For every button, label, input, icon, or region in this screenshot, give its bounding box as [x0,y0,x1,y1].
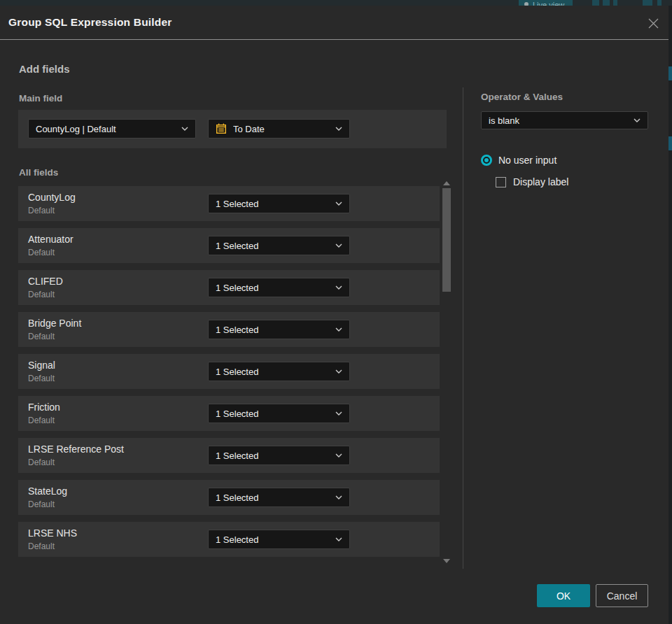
field-subtitle: Default [28,374,55,383]
field-selected-value: 1 Selected [216,534,330,545]
main-field-panel: CountyLog | Default [18,110,447,148]
main-field-dropdown[interactable]: CountyLog | Default [28,119,196,139]
chevron-down-icon [335,369,342,374]
field-selected-dropdown[interactable]: 1 Selected [208,362,350,381]
chevron-down-icon [335,201,342,206]
field-row: LRSE NHS Default 1 Selected [18,522,440,557]
background-toolbar-icon [603,0,610,6]
field-selected-dropdown[interactable]: 1 Selected [208,488,350,507]
display-label-checkbox[interactable]: Display label [496,176,568,187]
field-row: StateLog Default 1 Selected [18,480,440,515]
operator-values-label: Operator & Values [481,92,563,102]
field-selected-value: 1 Selected [216,241,330,251]
background-toolbar-icon [657,0,662,6]
field-name: Friction [28,402,60,413]
field-selected-dropdown[interactable]: 1 Selected [208,530,350,549]
main-field-type-dropdown[interactable]: To Date [208,119,350,139]
field-selected-value: 1 Selected [216,283,330,293]
background-toolbar-icon [613,0,617,6]
chevron-down-icon [335,411,342,416]
background-right-block [668,66,672,80]
chevron-down-icon [335,327,342,332]
main-field-label: Main field [19,93,62,104]
background-toolbar-icon [592,0,599,6]
live-view-label: Live view [533,1,564,6]
field-name: Signal [28,360,55,371]
calendar-icon [216,123,227,134]
field-selected-value: 1 Selected [216,409,330,419]
field-subtitle: Default [28,499,55,509]
field-name: Bridge Point [28,318,81,329]
field-selected-dropdown[interactable]: 1 Selected [208,278,350,297]
background-right-strip [668,6,672,624]
radio-selected-icon [481,155,492,166]
field-selected-value: 1 Selected [216,367,330,377]
field-row: CountyLog Default 1 Selected [18,186,440,221]
field-subtitle: Default [28,248,55,257]
background-toolbar-icon [643,0,652,6]
field-selected-value: 1 Selected [216,325,330,335]
field-selected-value: 1 Selected [216,492,330,503]
dialog-header: Group SQL Expression Builder [0,6,668,40]
screen: Live view Group SQL Expression Builder A… [0,0,672,624]
operator-dropdown[interactable]: is blank [481,111,648,129]
checkbox-unchecked-icon [496,177,506,187]
field-row: Friction Default 1 Selected [18,396,440,431]
chevron-down-icon [335,285,342,290]
field-subtitle: Default [28,290,55,299]
field-selected-dropdown[interactable]: 1 Selected [208,194,350,213]
chevron-down-icon [335,537,342,541]
field-subtitle: Default [28,416,55,425]
close-icon [648,17,659,29]
field-name: LRSE Reference Post [28,444,124,455]
field-subtitle: Default [28,206,55,215]
group-sql-expression-builder-dialog: Group SQL Expression Builder Add fields … [0,6,668,624]
main-field-type-value: To Date [233,124,330,134]
close-button[interactable] [645,15,662,31]
operator-dropdown-value: is blank [489,115,628,126]
field-name: CountyLog [28,192,76,203]
background-toolbar-strip: Live view [0,0,672,6]
field-name: LRSE NHS [28,527,77,539]
field-selected-value: 1 Selected [216,451,330,461]
scrollbar-up-arrow-icon[interactable] [443,181,450,185]
field-row: CLIFED Default 1 Selected [18,270,440,305]
chevron-down-icon [634,118,640,122]
chevron-down-icon [181,127,188,131]
field-selected-dropdown[interactable]: 1 Selected [208,320,350,339]
field-subtitle: Default [28,332,55,341]
no-user-input-label: No user input [498,155,556,166]
panel-divider [463,87,463,569]
field-name: CLIFED [28,276,63,287]
chevron-down-icon [335,127,342,131]
fields-scrollbar[interactable] [441,181,452,563]
chevron-down-icon [335,243,342,248]
cancel-button[interactable]: Cancel [596,584,648,607]
field-selected-value: 1 Selected [216,199,330,209]
no-user-input-radio[interactable]: No user input [481,155,556,166]
field-selected-dropdown[interactable]: 1 Selected [208,446,350,465]
field-subtitle: Default [28,458,55,467]
dialog-title: Group SQL Expression Builder [8,16,172,29]
scrollbar-down-arrow-icon[interactable] [443,559,450,563]
ok-button[interactable]: OK [537,584,590,607]
field-row: Bridge Point Default 1 Selected [18,312,440,347]
field-name: StateLog [28,485,67,497]
main-field-dropdown-value: CountyLog | Default [36,124,176,134]
background-right-block [668,136,672,150]
all-fields-list: CountyLog Default 1 Selected Attenuator … [18,186,440,564]
field-subtitle: Default [28,541,55,551]
field-row: LRSE Reference Post Default 1 Selected [18,438,440,473]
add-fields-heading: Add fields [19,63,70,75]
field-selected-dropdown[interactable]: 1 Selected [208,404,350,423]
field-row: Signal Default 1 Selected [18,354,440,389]
display-label-label: Display label [513,176,568,187]
scrollbar-thumb[interactable] [442,188,451,292]
chevron-down-icon [335,495,342,499]
all-fields-label: All fields [19,167,58,178]
field-selected-dropdown[interactable]: 1 Selected [208,236,350,255]
field-name: Attenuator [28,234,74,245]
live-view-button[interactable]: Live view [519,0,573,6]
field-row: Attenuator Default 1 Selected [18,228,440,263]
chevron-down-icon [335,453,342,458]
